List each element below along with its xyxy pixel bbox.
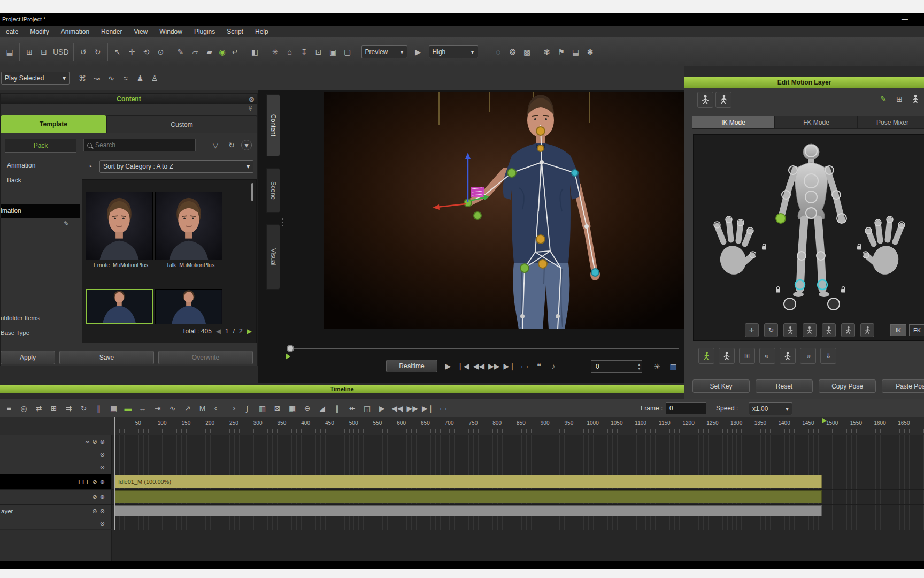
motion-puppet-icon[interactable]: ✾ bbox=[541, 45, 553, 58]
tree-item-selected[interactable]: imation bbox=[1, 204, 80, 218]
content-item-thumbnail[interactable] bbox=[155, 192, 222, 260]
export-usd-icon[interactable]: USD bbox=[52, 45, 70, 58]
range-select-icon[interactable]: ↔ bbox=[136, 402, 149, 415]
track-row-layer[interactable]: ayer ⊘ ⊗ bbox=[0, 505, 924, 518]
tree-item-back[interactable]: Back bbox=[1, 174, 80, 187]
lock-icon[interactable] bbox=[776, 287, 780, 293]
break-clip-icon[interactable]: ▦ bbox=[107, 402, 120, 415]
track-row-selected[interactable]: ❙❙❙ ⊘ ⊗ Idle01_M (100.00%) bbox=[0, 474, 924, 490]
menu-item[interactable]: Script bbox=[221, 28, 249, 35]
edit-full-body-icon[interactable] bbox=[697, 92, 713, 108]
sit-actor-icon[interactable]: ♙ bbox=[148, 72, 161, 85]
audio-icon[interactable]: ♪ bbox=[547, 360, 560, 372]
camera-clip-icon[interactable]: ▭ bbox=[518, 360, 531, 372]
lock-icon[interactable] bbox=[841, 287, 845, 293]
move-gizmo-icon[interactable]: ✛ bbox=[745, 323, 759, 337]
slope-icon[interactable]: ◢ bbox=[315, 402, 329, 415]
scene-render[interactable] bbox=[324, 92, 684, 329]
remove-track-icon[interactable]: ⊗ bbox=[100, 451, 105, 458]
zoom-out-icon[interactable]: ⊖ bbox=[301, 402, 314, 415]
tab-pack[interactable]: Pack bbox=[5, 139, 76, 153]
motion-clip[interactable]: Idle01_M (100.00%) bbox=[114, 475, 822, 488]
remove-track-icon[interactable]: ⊗ bbox=[100, 438, 105, 445]
pause-bars-icon[interactable]: ∥ bbox=[330, 402, 344, 415]
next-page-icon[interactable]: ⇒ bbox=[226, 402, 239, 415]
track-row[interactable]: ∞ ⊘ ⊗ bbox=[0, 435, 924, 448]
spring-physics-icon[interactable]: ◌ bbox=[492, 45, 505, 58]
loop-clip-icon[interactable]: ↻ bbox=[77, 402, 90, 415]
track-row[interactable]: ⊘ ⊗ bbox=[0, 490, 924, 505]
rewind-icon[interactable]: ◀◀ bbox=[472, 360, 486, 372]
full-body-icon[interactable] bbox=[783, 323, 797, 337]
content-item-thumbnail[interactable] bbox=[86, 192, 153, 260]
menu-item[interactable]: Window bbox=[153, 28, 188, 35]
snap-icon[interactable]: ⊙ bbox=[155, 45, 167, 58]
viewport-3d[interactable] bbox=[324, 92, 684, 329]
render-image-icon[interactable]: ⊞ bbox=[23, 45, 36, 58]
menu-item[interactable]: eate bbox=[0, 28, 24, 35]
reset-button[interactable]: Reset bbox=[756, 379, 813, 393]
fk-toggle[interactable]: FK bbox=[909, 324, 924, 336]
rigid-body-icon[interactable]: ▩ bbox=[521, 45, 534, 58]
flag-icon[interactable]: ⚑ bbox=[555, 45, 568, 58]
overwrite-button[interactable]: Overwrite bbox=[158, 351, 253, 364]
timeline-playhead[interactable] bbox=[114, 417, 115, 530]
timeline-scrubber-track[interactable] bbox=[290, 348, 679, 349]
frame-input[interactable] bbox=[591, 363, 629, 370]
tab-custom[interactable]: Custom bbox=[106, 115, 257, 133]
edit-pose-icon[interactable]: ✎ bbox=[174, 45, 187, 58]
visibility-icon[interactable]: ◉ bbox=[216, 45, 229, 58]
minimize-button[interactable]: — bbox=[902, 16, 908, 23]
move-icon[interactable]: ✛ bbox=[126, 45, 138, 58]
panel-resize-grip[interactable] bbox=[282, 218, 283, 226]
left-hand-handle-selected[interactable] bbox=[776, 214, 786, 223]
clip-bars-icon[interactable]: ❙❙❙ bbox=[77, 480, 89, 484]
edit-bone-icon[interactable] bbox=[715, 92, 732, 108]
paste-pose-button[interactable]: Paste Pos bbox=[882, 379, 924, 393]
character-icon[interactable] bbox=[719, 348, 735, 364]
fit-timeline-icon[interactable]: ◱ bbox=[360, 402, 374, 415]
add-actor-icon[interactable]: ♟ bbox=[134, 72, 147, 85]
left-hand-map[interactable] bbox=[714, 216, 756, 277]
page-next-icon[interactable]: ▶ bbox=[247, 328, 252, 335]
transition-icon[interactable]: ↗ bbox=[181, 402, 194, 415]
right-limb-icon[interactable] bbox=[860, 323, 874, 337]
track-row[interactable]: ⊗ bbox=[0, 448, 924, 461]
tab-ik-mode[interactable]: IK Mode bbox=[692, 116, 775, 129]
mute-track-icon[interactable]: ⊘ bbox=[93, 508, 97, 515]
pose-library-icon[interactable]: ⊞ bbox=[739, 348, 755, 364]
ease-curve-icon[interactable]: ∫ bbox=[241, 402, 254, 415]
clip-end-marker-flag[interactable] bbox=[822, 418, 827, 423]
sort-dropdown[interactable]: Sort by Category : A to Z▾ bbox=[99, 160, 253, 173]
mute-track-icon[interactable]: ⊘ bbox=[93, 493, 97, 500]
settings-icon[interactable]: ✱ bbox=[584, 45, 597, 58]
realtime-button[interactable]: Realtime bbox=[386, 360, 437, 372]
snap-frame-icon[interactable]: ⇥ bbox=[151, 402, 164, 415]
spinner-arrows[interactable]: ▴ ▾ bbox=[638, 362, 640, 370]
page-prev-icon[interactable]: ◀ bbox=[216, 328, 221, 335]
link-track-icon[interactable]: ∞ bbox=[86, 438, 90, 445]
edit-folder-icon[interactable]: ✎ bbox=[64, 220, 69, 227]
side-tab-visual[interactable]: Visual bbox=[266, 224, 280, 290]
apply-button[interactable]: Apply bbox=[1, 351, 55, 364]
frame-grid-icon[interactable]: ▦ bbox=[286, 402, 299, 415]
light-icon[interactable]: ✳ bbox=[269, 45, 282, 58]
scrollbar[interactable] bbox=[251, 183, 253, 201]
bake-key-icon[interactable]: ⇓ bbox=[820, 348, 836, 364]
timeline-scrubber-knob[interactable] bbox=[287, 345, 294, 352]
remove-track-icon[interactable]: ⊗ bbox=[100, 520, 105, 527]
quality-dropdown[interactable]: High▾ bbox=[429, 45, 478, 58]
side-tab-content[interactable]: Content bbox=[266, 94, 280, 156]
layer-clip[interactable] bbox=[114, 490, 822, 503]
play-selected-dropdown[interactable]: Play Selected▾ bbox=[1, 72, 70, 85]
next-key-icon[interactable]: ▶▶ bbox=[406, 402, 420, 415]
refresh-icon[interactable]: ↻ bbox=[225, 139, 238, 151]
redo-icon[interactable]: ↻ bbox=[91, 45, 104, 58]
dock-window-icon[interactable]: ◧ bbox=[249, 45, 261, 58]
export-video-icon[interactable]: ⊟ bbox=[37, 45, 50, 58]
timeline-frame-input[interactable] bbox=[666, 405, 706, 412]
motion-walk-icon[interactable] bbox=[698, 348, 714, 364]
fit-view-icon[interactable]: ⊡ bbox=[312, 45, 325, 58]
left-limb-icon[interactable] bbox=[841, 323, 855, 337]
base-type-row[interactable]: Base Type bbox=[1, 325, 80, 340]
